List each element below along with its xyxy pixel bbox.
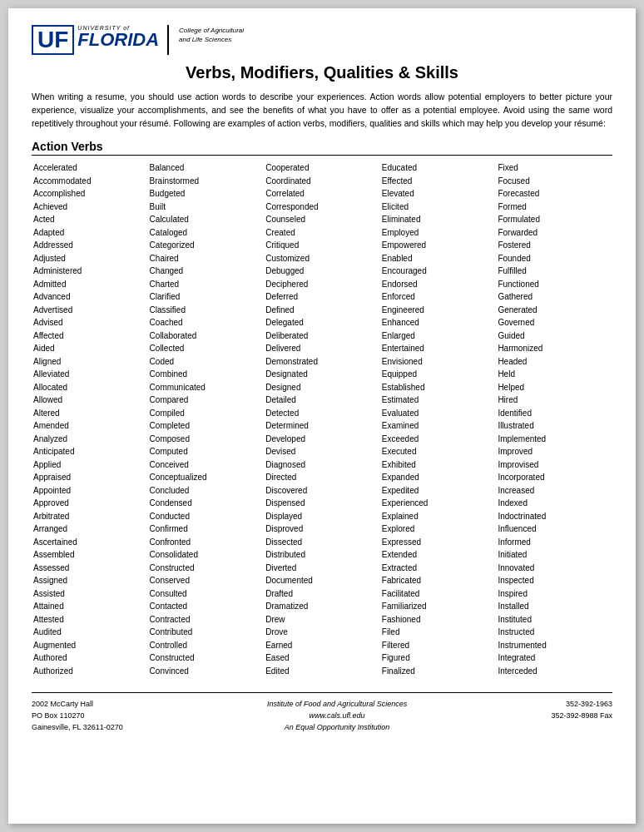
list-item: Accomplished <box>33 187 146 201</box>
list-item: Balanced <box>150 161 263 175</box>
list-item: Addressed <box>33 239 146 252</box>
column-4: EducatedEffectedElevatedElicitedEliminat… <box>380 161 497 678</box>
list-item: Edited <box>265 665 379 678</box>
list-item: Improvised <box>498 458 611 472</box>
list-item: Experienced <box>382 497 495 510</box>
list-item: Classified <box>150 304 263 317</box>
list-item: Headed <box>498 355 611 369</box>
list-item: Augmented <box>33 639 146 652</box>
footer-fax: 352-392-8988 Fax <box>551 710 612 721</box>
list-item: Administered <box>33 265 146 278</box>
footer-right: 352-392-1963 352-392-8988 Fax <box>551 698 612 734</box>
page: UF UNIVERSITY of FLORIDA College of Agri… <box>8 8 636 824</box>
list-item: Fostered <box>498 239 611 252</box>
list-item: Encouraged <box>382 265 495 278</box>
list-item: Guided <box>498 329 611 343</box>
list-item: Assessed <box>33 562 146 575</box>
list-item: Attested <box>33 613 146 626</box>
footer-address-2: PO Box 110270 <box>32 710 123 721</box>
footer-address-1: 2002 McCarty Hall <box>32 698 123 710</box>
list-item: Documented <box>265 574 379 587</box>
list-item: Calculated <box>150 213 263 226</box>
list-item: Contributed <box>150 626 263 639</box>
list-item: Anticipated <box>33 445 146 458</box>
list-item: Assembled <box>33 548 146 562</box>
list-item: Drove <box>265 626 379 639</box>
list-item: Functioned <box>498 278 611 291</box>
list-item: Indexed <box>498 497 611 510</box>
list-item: Collected <box>150 342 263 355</box>
footer-left: 2002 McCarty Hall PO Box 110270 Gainesvi… <box>32 698 123 734</box>
footer-center: Institute of Food and Agricultural Scien… <box>267 698 407 734</box>
list-item: Held <box>498 368 611 381</box>
list-item: Influenced <box>498 522 611 536</box>
list-item: Admitted <box>33 278 146 291</box>
list-item: Established <box>382 381 495 394</box>
florida-logo: UNIVERSITY of FLORIDA <box>77 25 159 49</box>
list-item: Designated <box>265 368 379 381</box>
verbs-table: AcceleratedAccommodatedAccomplishedAchie… <box>32 161 612 678</box>
list-item: Authorized <box>33 665 146 678</box>
list-item: Chaired <box>150 252 263 265</box>
list-item: Budgeted <box>150 187 263 201</box>
list-item: Collaborated <box>150 329 263 343</box>
list-item: Debugged <box>265 265 379 278</box>
list-item: Focused <box>498 175 611 188</box>
florida-text: FLORIDA <box>77 31 159 49</box>
list-item: Estimated <box>382 394 495 407</box>
list-item: Improved <box>498 445 611 458</box>
column-5: FixedFocusedForecastedFormedFormulatedFo… <box>496 161 612 678</box>
list-item: Convinced <box>150 665 263 678</box>
list-item: Created <box>265 226 379 240</box>
column-3: CooperatedCoordinatedCorrelatedCorrespon… <box>264 161 380 678</box>
list-item: Instructed <box>498 626 611 639</box>
list-item: Forecasted <box>498 187 611 201</box>
list-item: Displayed <box>265 510 379 523</box>
list-item: Enforced <box>382 290 495 304</box>
list-item: Counseled <box>265 213 379 226</box>
list-item: Facilitated <box>382 587 495 601</box>
list-item: Drafted <box>265 587 379 601</box>
list-item: Harmonized <box>498 342 611 355</box>
list-item: Elicited <box>382 201 495 214</box>
list-item: Executed <box>382 445 495 458</box>
list-item: Equipped <box>382 368 495 381</box>
list-item: Illustrated <box>498 419 611 433</box>
list-item: Delivered <box>265 342 379 355</box>
list-item: Confronted <box>150 536 263 549</box>
list-item: Earned <box>265 639 379 652</box>
list-item: Enlarged <box>382 329 495 343</box>
list-item: Demonstrated <box>265 355 379 369</box>
list-item: Analyzed <box>33 433 146 446</box>
list-item: Enhanced <box>382 316 495 329</box>
list-item: Expressed <box>382 536 495 549</box>
list-item: Concluded <box>150 484 263 498</box>
list-item: Consolidated <box>150 548 263 562</box>
list-item: Contracted <box>150 613 263 626</box>
list-item: Explained <box>382 510 495 523</box>
list-item: Compiled <box>150 407 263 420</box>
list-item: Charted <box>150 278 263 291</box>
list-item: Innovated <box>498 562 611 575</box>
list-item: Deferred <box>265 290 379 304</box>
list-item: Instituted <box>498 613 611 626</box>
list-item: Assisted <box>33 587 146 601</box>
list-item: Audited <box>33 626 146 639</box>
list-item: Affected <box>33 329 146 343</box>
list-item: Deliberated <box>265 329 379 343</box>
list-item: Evaluated <box>382 407 495 420</box>
list-item: Conceived <box>150 458 263 472</box>
list-item: Fabricated <box>382 574 495 587</box>
list-item: Initiated <box>498 548 611 562</box>
list-item: Contacted <box>150 600 263 613</box>
list-item: Enabled <box>382 252 495 265</box>
list-item: Cataloged <box>150 226 263 240</box>
list-item: Fashioned <box>382 613 495 626</box>
column-1: AcceleratedAccommodatedAccomplishedAchie… <box>32 161 148 678</box>
list-item: Appointed <box>33 484 146 498</box>
list-item: Confirmed <box>150 522 263 536</box>
list-item: Approved <box>33 497 146 510</box>
list-item: Applied <box>33 458 146 472</box>
list-item: Conceptualized <box>150 471 263 484</box>
list-item: Inspected <box>498 574 611 587</box>
